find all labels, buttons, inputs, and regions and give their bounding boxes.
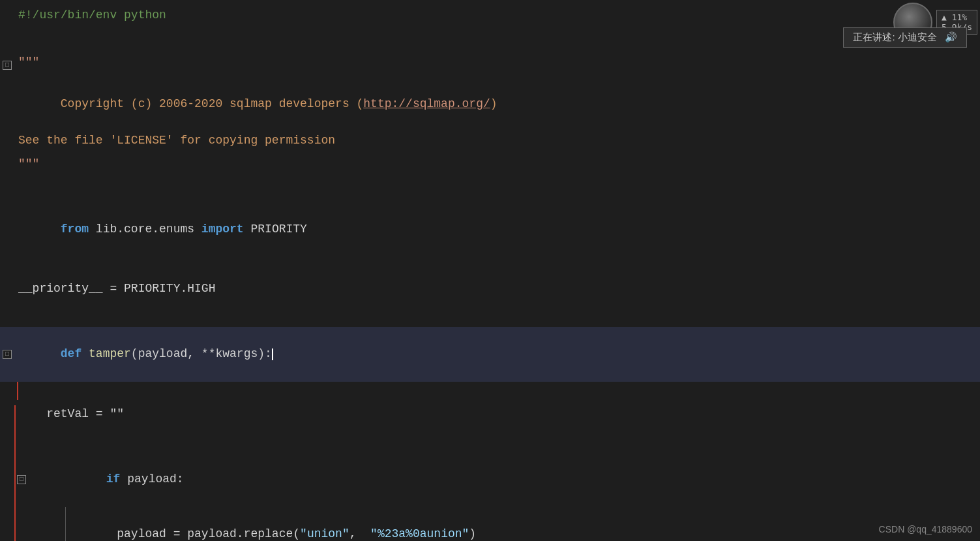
tooltip-box: 正在讲述: 小迪安全 🔊 xyxy=(843,27,967,48)
copyright-link[interactable]: http://sqlmap.org/ xyxy=(363,97,490,110)
import-line: from lib.core.enums import PRIORITY xyxy=(0,202,980,257)
empty-line-3 xyxy=(0,256,980,280)
stat-line1: ▲ 11% xyxy=(942,12,972,22)
speaker-icon: 🔊 xyxy=(945,31,957,42)
def-line: □ def tamper(payload, **kwargs): xyxy=(0,327,980,382)
license-line: See the file 'LICENSE' for copying permi… xyxy=(0,132,980,155)
docstring-open: """ xyxy=(18,54,980,72)
shebang-line: #!/usr/bin/env python xyxy=(0,7,980,30)
retval-line: retVal = "" xyxy=(0,405,980,429)
copyright-text: Copyright (c) 2006-2020 sqlmap developer… xyxy=(61,97,363,110)
docstring-close-line: """ xyxy=(0,155,980,179)
tooltip-text: 正在讲述: 小迪安全 xyxy=(853,31,936,42)
fold-if-icon[interactable]: □ xyxy=(17,475,26,484)
empty-line-2 xyxy=(0,179,980,202)
replace-line-1: payload = payload.replace("union", "%23a… xyxy=(0,507,980,541)
if-keyword: if xyxy=(106,472,121,486)
empty-line-1 xyxy=(0,30,980,54)
retval-text: retVal = "" xyxy=(18,405,980,424)
license-text: See the file 'LICENSE' for copying permi… xyxy=(18,132,980,150)
from-keyword: from xyxy=(61,223,89,236)
fold-icon[interactable]: □ xyxy=(3,61,12,70)
fold-def-icon[interactable]: □ xyxy=(3,350,12,359)
watermark: CSDN @qq_41889600 xyxy=(879,524,972,534)
docstring-open-line: □ """ xyxy=(0,54,980,77)
if-line: □ if payload: xyxy=(0,452,980,507)
func-name: tamper xyxy=(89,347,131,360)
priority-text: __priority__ = PRIORITY.HIGH xyxy=(18,280,980,298)
copyright-line: Copyright (c) 2006-2020 sqlmap developer… xyxy=(0,77,980,132)
cursor xyxy=(272,348,273,360)
shebang-text: #!/usr/bin/env python xyxy=(18,7,980,25)
empty-line-5 xyxy=(0,382,980,405)
def-keyword: def xyxy=(61,347,82,360)
watermark-text: CSDN @qq_41889600 xyxy=(879,524,972,534)
import-keyword: import xyxy=(201,223,244,236)
priority-line: __priority__ = PRIORITY.HIGH xyxy=(0,280,980,303)
docstring-close: """ xyxy=(18,155,980,174)
empty-line-6 xyxy=(0,429,980,452)
empty-line-4 xyxy=(0,303,980,327)
